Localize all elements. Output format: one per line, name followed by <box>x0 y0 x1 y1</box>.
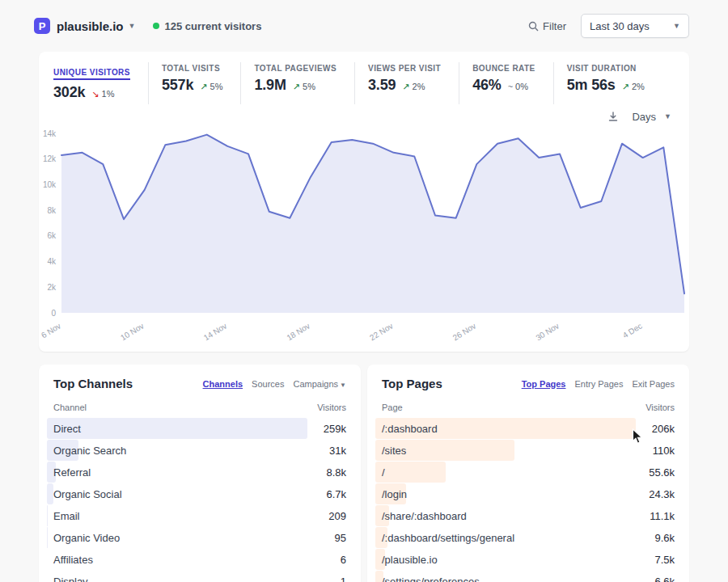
page-row[interactable]: /sites110k <box>375 440 681 461</box>
row-label[interactable]: Referral <box>53 466 91 479</box>
svg-text:12k: 12k <box>43 154 57 163</box>
tab-entry-pages[interactable]: Entry Pages <box>574 379 623 389</box>
page-row[interactable]: /login24.3k <box>375 483 681 504</box>
visitors-area-chart[interactable]: 02k4k6k8k10k12k14k6 Nov10 Nov14 Nov18 No… <box>39 127 689 352</box>
channel-row[interactable]: Affiliates6 <box>47 549 353 570</box>
top-channels-tabs: ChannelsSourcesCampaigns▼ <box>203 379 346 389</box>
svg-text:30 Nov: 30 Nov <box>534 321 561 342</box>
stat-value: 1.9M <box>254 77 286 94</box>
plausible-logo-icon: P <box>34 18 50 34</box>
page-row[interactable]: /:dashboard/settings/general9.6k <box>375 527 681 548</box>
channel-row[interactable]: Organic Social6.7k <box>47 483 353 504</box>
stat-label: VIEWS PER VISIT <box>368 64 441 73</box>
row-value: 11.1k <box>650 510 675 522</box>
channel-row[interactable]: Display1 <box>47 571 353 582</box>
row-label[interactable]: / <box>382 466 385 479</box>
tab-top-pages[interactable]: Top Pages <box>522 379 566 389</box>
stat-unique-visitors[interactable]: UNIQUE VISITORS302k↘ 1% <box>52 62 148 104</box>
row-label[interactable]: /:dashboard <box>382 423 438 435</box>
stat-value: 302k <box>53 84 85 101</box>
svg-text:26 Nov: 26 Nov <box>451 321 478 342</box>
svg-text:2k: 2k <box>47 283 57 292</box>
filter-label: Filter <box>543 20 566 32</box>
row-value: 8.8k <box>326 466 346 479</box>
page-row[interactable]: /55.6k <box>375 462 681 483</box>
analytics-card: UNIQUE VISITORS302k↘ 1%TOTAL VISITS557k↗… <box>39 52 689 352</box>
column-key-header: Channel <box>53 403 87 412</box>
row-value: 7.5k <box>654 554 675 566</box>
column-value-header: Visitors <box>317 403 346 412</box>
trend-up-icon: ↗ <box>402 82 409 91</box>
tab-campaigns[interactable]: Campaigns▼ <box>293 379 346 389</box>
stat-value: 5m 56s <box>567 77 616 94</box>
current-visitors[interactable]: 125 current visitors <box>153 20 261 32</box>
row-value: 209 <box>328 510 346 522</box>
stat-change: ↗ 2% <box>402 82 425 92</box>
stat-bounce-rate[interactable]: BOUNCE RATE46%~ 0% <box>459 62 553 104</box>
row-label[interactable]: /settings/preferences <box>382 576 480 582</box>
channel-row[interactable]: Email209 <box>47 505 353 526</box>
interval-dropdown[interactable]: Days ▼ <box>632 111 671 123</box>
row-label[interactable]: /login <box>382 488 407 500</box>
stat-visit-duration[interactable]: VISIT DURATION5m 56s↗ 2% <box>553 62 662 104</box>
row-label[interactable]: /sites <box>382 445 406 457</box>
svg-text:14k: 14k <box>43 129 57 138</box>
stat-change: ~ 0% <box>508 82 528 91</box>
svg-text:18 Nov: 18 Nov <box>285 321 311 342</box>
stat-label: TOTAL VISITS <box>162 64 223 73</box>
tab-exit-pages[interactable]: Exit Pages <box>632 379 675 389</box>
page-row[interactable]: /settings/preferences6.6k <box>375 571 681 582</box>
stat-total-visits[interactable]: TOTAL VISITS557k↗ 5% <box>148 62 241 104</box>
row-bar <box>47 418 307 439</box>
row-label[interactable]: Affiliates <box>53 554 93 566</box>
svg-text:0: 0 <box>51 309 56 318</box>
page-row[interactable]: /:dashboard206k <box>375 418 681 439</box>
row-label[interactable]: Organic Search <box>53 445 126 457</box>
row-bar <box>375 462 446 483</box>
column-key-header: Page <box>382 403 403 412</box>
row-value: 1 <box>341 576 346 582</box>
svg-text:14 Nov: 14 Nov <box>202 321 229 342</box>
top-channels-card: Top Channels ChannelsSourcesCampaigns▼ C… <box>39 365 361 582</box>
row-label[interactable]: Email <box>53 510 80 522</box>
stat-label: VISIT DURATION <box>567 64 645 73</box>
search-icon <box>528 21 539 32</box>
tab-sources[interactable]: Sources <box>252 379 284 389</box>
row-value: 259k <box>324 423 346 435</box>
channel-row[interactable]: Organic Search31k <box>47 440 353 461</box>
top-pages-list: /:dashboard206k/sites110k/55.6k/login24.… <box>375 418 681 582</box>
row-label[interactable]: /plausible.io <box>382 554 438 566</box>
row-value: 6 <box>341 554 346 566</box>
row-value: 55.6k <box>649 466 675 479</box>
row-label[interactable]: Display <box>53 576 88 582</box>
column-value-header: Visitors <box>645 403 675 412</box>
channel-row[interactable]: Referral8.8k <box>47 462 353 483</box>
page-row[interactable]: /share/:dashboard11.1k <box>375 505 681 526</box>
download-export-button[interactable] <box>607 111 619 122</box>
stat-total-pageviews[interactable]: TOTAL PAGEVIEWS1.9M↗ 5% <box>240 62 354 104</box>
date-range-select[interactable]: Last 30 days ▼ <box>581 14 689 38</box>
svg-text:4k: 4k <box>47 257 57 266</box>
row-label[interactable]: Direct <box>53 423 81 435</box>
svg-text:10k: 10k <box>43 180 57 189</box>
svg-text:4 Dec: 4 Dec <box>621 321 644 340</box>
filter-button[interactable]: Filter <box>528 20 566 32</box>
row-label[interactable]: /:dashboard/settings/general <box>382 532 514 544</box>
svg-text:6 Nov: 6 Nov <box>40 321 62 340</box>
row-label[interactable]: Organic Video <box>53 532 120 544</box>
row-label[interactable]: Organic Social <box>53 488 122 500</box>
row-label[interactable]: /share/:dashboard <box>382 510 467 522</box>
channel-row[interactable]: Organic Video95 <box>47 527 353 548</box>
stat-change: ↗ 5% <box>293 82 315 92</box>
channel-row[interactable]: Direct259k <box>47 418 353 439</box>
stat-views-per-visit[interactable]: VIEWS PER VISIT3.59↗ 2% <box>354 62 459 104</box>
chevron-down-icon: ▼ <box>129 22 136 30</box>
trend-up-icon: ↗ <box>200 82 207 91</box>
stats-row: UNIQUE VISITORS302k↘ 1%TOTAL VISITS557k↗… <box>39 52 689 106</box>
top-channels-list: Direct259kOrganic Search31kReferral8.8kO… <box>47 418 353 582</box>
stat-change: ↘ 1% <box>91 89 114 99</box>
stat-change: ↗ 2% <box>622 82 645 92</box>
page-row[interactable]: /plausible.io7.5k <box>375 549 681 570</box>
site-picker[interactable]: P plausible.io ▼ <box>34 18 135 34</box>
tab-channels[interactable]: Channels <box>203 379 243 389</box>
